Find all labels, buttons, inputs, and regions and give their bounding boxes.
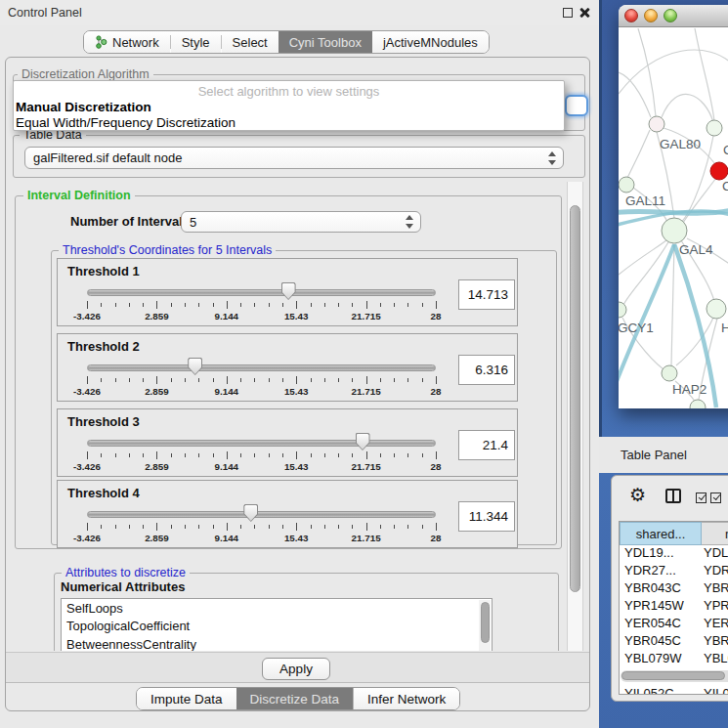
bottom-tabbar: Impute Data Discretize Data Infer Networ… bbox=[136, 687, 460, 710]
table-row[interactable]: YER054CYER0 bbox=[620, 616, 728, 633]
column-header-name[interactable]: na bbox=[702, 522, 728, 545]
attribute-item[interactable]: TopologicalCoefficient bbox=[62, 618, 492, 636]
cell-name[interactable]: YBR0 bbox=[704, 633, 728, 651]
threshold-label: Threshold 1 bbox=[67, 264, 140, 278]
network-canvas[interactable]: GAL80 GA C GAL11 GAL4 GCY1 H HAP2 bbox=[619, 28, 728, 408]
threshold-value-field[interactable]: 11.344 bbox=[458, 501, 515, 532]
table-row[interactable]: YBR045CYBR0 bbox=[620, 633, 728, 651]
tab-select[interactable]: Select bbox=[222, 31, 278, 53]
checkbox-icon[interactable] bbox=[710, 492, 721, 503]
cell-name[interactable]: YBR0 bbox=[704, 580, 728, 598]
network-node[interactable] bbox=[707, 120, 722, 136]
table-toolbar: ⚙ bbox=[612, 476, 728, 519]
table-data-combobox[interactable]: galFiltered.sif default node bbox=[24, 147, 564, 169]
cell-shared-name[interactable]: YBR045C bbox=[620, 633, 704, 651]
tab-style[interactable]: Style bbox=[171, 31, 221, 53]
tab-jactivemnodules[interactable]: jActiveMNodules bbox=[372, 31, 489, 53]
table-horizontal-scrollbar[interactable] bbox=[621, 670, 728, 682]
threshold-slider-track[interactable] bbox=[87, 364, 436, 371]
cell-name[interactable]: YIL0 bbox=[704, 686, 728, 695]
slider-tick bbox=[101, 378, 102, 382]
number-of-intervals-value: 5 bbox=[190, 215, 196, 230]
cell-name[interactable]: YDR2 bbox=[704, 563, 728, 580]
cell-name[interactable]: YER0 bbox=[704, 616, 728, 633]
network-node[interactable] bbox=[690, 400, 706, 408]
cell-shared-name[interactable]: YDL19... bbox=[620, 545, 704, 563]
network-node[interactable] bbox=[707, 299, 726, 319]
network-node[interactable] bbox=[662, 218, 687, 243]
close-traffic-light-icon[interactable] bbox=[624, 9, 638, 22]
minimize-traffic-light-icon[interactable] bbox=[644, 9, 658, 22]
algorithm-combobox[interactable] bbox=[565, 95, 588, 116]
slider-tick bbox=[87, 376, 88, 384]
node-table: shared... na YDL19...YDL1YDR27...YDR2YBR… bbox=[619, 521, 728, 695]
attribute-item[interactable]: BetweennessCentrality bbox=[62, 635, 492, 651]
cell-shared-name[interactable]: YER054C bbox=[620, 616, 704, 633]
tab-discretize-data[interactable]: Discretize Data bbox=[236, 688, 354, 709]
threshold-value-field[interactable]: 21.4 bbox=[458, 430, 515, 460]
checkbox-icon[interactable] bbox=[696, 492, 707, 503]
slider-thumb[interactable] bbox=[243, 504, 258, 522]
cell-shared-name[interactable]: YPR145W bbox=[620, 598, 704, 616]
slider-tick bbox=[143, 303, 144, 307]
split-columns-icon[interactable] bbox=[665, 489, 681, 503]
slider-scale-label: 21.715 bbox=[352, 386, 381, 397]
network-node[interactable] bbox=[619, 302, 626, 318]
table-row[interactable]: YPR145WYPR1 bbox=[620, 598, 728, 616]
slider-thumb[interactable] bbox=[188, 358, 202, 375]
tab-infer-network[interactable]: Infer Network bbox=[353, 688, 459, 709]
slider-scale: -3.4262.8599.14415.4321.71528 bbox=[58, 533, 517, 544]
cell-shared-name[interactable]: YBL079W bbox=[620, 651, 704, 668]
threshold-slider-track[interactable] bbox=[87, 289, 436, 296]
list-scrollbar-thumb[interactable] bbox=[481, 602, 490, 643]
cell-shared-name[interactable]: YIL052C bbox=[620, 686, 704, 695]
cell-shared-name[interactable]: YBR043C bbox=[620, 580, 704, 598]
cell-name[interactable]: YPR1 bbox=[704, 598, 728, 616]
threshold-slider-track[interactable] bbox=[87, 511, 436, 518]
apply-button[interactable]: Apply bbox=[262, 658, 330, 680]
column-header-shared-name[interactable]: shared... bbox=[620, 522, 702, 545]
tab-cyni-toolbox[interactable]: Cyni Toolbox bbox=[278, 31, 372, 53]
table-row[interactable]: YDR27...YDR2 bbox=[620, 563, 728, 580]
slider-tick bbox=[227, 301, 228, 309]
threshold-value-field[interactable]: 6.316 bbox=[458, 355, 515, 385]
tab-impute-data[interactable]: Impute Data bbox=[137, 688, 236, 709]
slider-tick bbox=[143, 453, 144, 457]
network-node[interactable] bbox=[662, 365, 677, 381]
slider-thumb[interactable] bbox=[281, 282, 296, 300]
top-tabbar: Network Style Select Cyni Toolbox jActiv… bbox=[83, 30, 490, 54]
threshold-value-field[interactable]: 14.713 bbox=[458, 279, 515, 310]
cell-name[interactable]: YDL1 bbox=[704, 545, 728, 563]
algorithm-option-manual[interactable]: Manual Discretization bbox=[16, 100, 151, 114]
network-node-selected[interactable] bbox=[710, 162, 728, 180]
network-node[interactable] bbox=[619, 177, 634, 193]
table-row[interactable]: YBR043CYBR0 bbox=[620, 580, 728, 598]
slider-scale-label: 9.144 bbox=[215, 461, 239, 472]
list-scrollbar[interactable] bbox=[479, 600, 491, 651]
table-row[interactable]: YBL079WYBL0 bbox=[620, 651, 728, 668]
number-of-intervals-combobox[interactable]: 5 bbox=[181, 211, 421, 233]
slider-thumb[interactable] bbox=[356, 433, 370, 450]
tab-label: Infer Network bbox=[367, 692, 446, 707]
cell-name[interactable]: YBL0 bbox=[704, 651, 728, 668]
gear-icon[interactable]: ⚙ bbox=[629, 486, 646, 505]
table-row[interactable]: YIL052CYIL0 bbox=[620, 686, 728, 695]
network-node[interactable] bbox=[649, 116, 664, 132]
node-label: GCY1 bbox=[619, 321, 654, 335]
zoom-traffic-light-icon[interactable] bbox=[664, 9, 677, 22]
tab-network[interactable]: Network bbox=[84, 31, 170, 53]
slider-scale-label: 15.43 bbox=[284, 386, 309, 397]
float-window-icon[interactable] bbox=[563, 8, 573, 18]
close-icon[interactable] bbox=[578, 7, 590, 19]
slider-tick bbox=[101, 453, 102, 457]
algorithm-option-equal-width[interactable]: Equal Width/Frequency Discretization bbox=[16, 115, 236, 130]
table-hscrollbar-thumb[interactable] bbox=[621, 671, 725, 680]
cell-shared-name[interactable]: YDR27... bbox=[620, 563, 704, 580]
main-scrollbar-thumb[interactable] bbox=[570, 205, 580, 592]
table-row[interactable]: YDL19...YDL1 bbox=[620, 545, 728, 563]
threshold-slider-track[interactable] bbox=[87, 440, 436, 447]
slider-tick bbox=[394, 525, 395, 529]
main-vertical-scrollbar[interactable] bbox=[567, 182, 583, 651]
attribute-item[interactable]: SelfLoops bbox=[62, 599, 492, 618]
network-window-titlebar[interactable] bbox=[619, 5, 728, 27]
